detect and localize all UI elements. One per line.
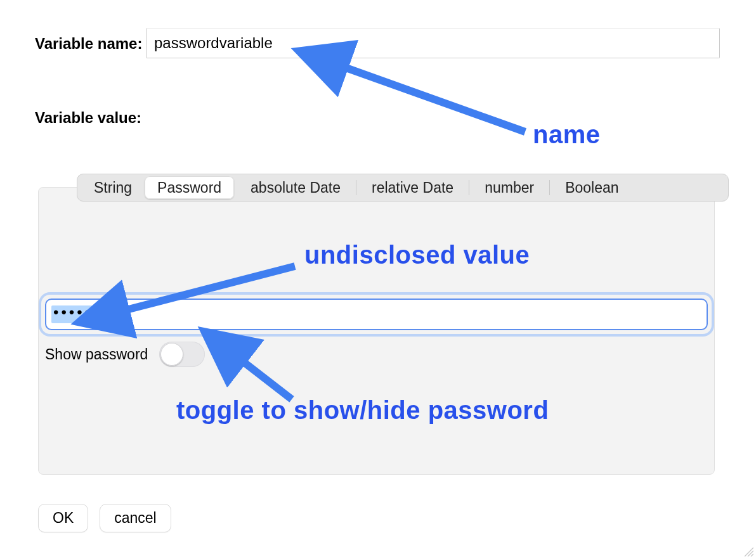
tab-separator [469,180,469,195]
variable-value-label: Variable value: [35,109,141,127]
password-selected-text: ••••• [51,305,94,323]
dialog-footer: OK cancel [38,504,171,532]
tab-string[interactable]: String [81,176,145,199]
tab-relative-date[interactable]: relative Date [359,176,466,199]
variable-name-input[interactable] [146,28,720,58]
show-password-toggle[interactable] [159,342,205,367]
annotation-toggle: toggle to show/hide password [176,396,549,425]
toggle-knob [160,343,183,366]
tab-separator [549,180,550,195]
svg-line-0 [342,67,525,132]
resize-grip-icon [742,545,753,556]
password-field-wrap: ••••• [45,299,708,330]
tab-absolute-date[interactable]: absolute Date [238,176,353,199]
tab-separator [356,180,356,195]
dialog-root: Variable name: Variable value: StringPas… [0,0,756,559]
show-password-label: Show password [45,346,148,363]
svg-line-4 [748,551,753,556]
annotation-value: undisclosed value [304,241,530,269]
show-password-row: Show password [45,342,205,367]
variable-name-label: Variable name: [35,35,142,53]
tab-boolean[interactable]: Boolean [552,176,631,199]
svg-line-5 [751,554,753,556]
tab-number[interactable]: number [472,176,547,199]
cancel-button[interactable]: cancel [100,504,171,532]
value-type-tabbar: StringPasswordabsolute Daterelative Date… [77,174,729,202]
annotation-name: name [533,120,601,149]
tab-password[interactable]: Password [145,176,234,199]
ok-button[interactable]: OK [38,504,88,532]
value-type-panel: StringPasswordabsolute Daterelative Date… [38,187,715,475]
password-input[interactable]: ••••• [45,299,708,330]
